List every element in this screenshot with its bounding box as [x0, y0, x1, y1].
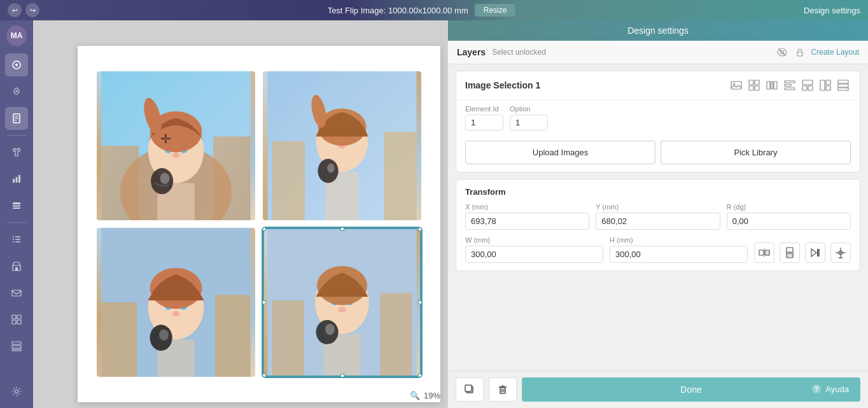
center-button[interactable]	[830, 243, 851, 263]
x-input[interactable]	[465, 213, 589, 230]
panel-header: Design settings	[448, 20, 868, 41]
svg-rect-98	[838, 80, 848, 83]
pick-library-button[interactable]: Pick Library	[661, 141, 851, 164]
sidebar-item-document[interactable]	[5, 107, 28, 130]
ayuda-button[interactable]: ? Ayuda	[801, 379, 859, 399]
skip-forward-button[interactable]	[805, 243, 825, 263]
sidebar-item-home[interactable]	[5, 53, 28, 76]
image-cell-1[interactable]: ✛	[97, 71, 255, 220]
layout-icon[interactable]	[800, 78, 815, 93]
stacked-icon[interactable]	[836, 78, 851, 93]
layers-icon	[11, 200, 22, 211]
sidebar: MA	[0, 20, 33, 408]
svg-point-65	[159, 329, 169, 341]
grid2-icon[interactable]	[746, 78, 762, 93]
y-field: Y (mm)	[596, 203, 720, 230]
layers-right: Create Layout	[776, 46, 859, 59]
svg-rect-95	[820, 80, 825, 90]
delete-button[interactable]	[489, 377, 517, 402]
flip-vertical-button[interactable]	[780, 243, 800, 263]
flip-horizontal-button[interactable]	[754, 243, 774, 263]
svg-rect-101	[759, 250, 764, 255]
visibility-icon[interactable]	[776, 46, 788, 59]
topbar-center: Test Flip Image: 1000.00x1000.00 mm Resi…	[328, 4, 516, 17]
svg-rect-80	[731, 81, 741, 89]
mail-icon	[11, 288, 22, 298]
svg-rect-90	[785, 85, 791, 87]
resize-button[interactable]: Resize	[475, 4, 516, 17]
zoom-value: 19%	[424, 391, 440, 400]
rows-icon	[11, 341, 22, 351]
image-placeholder-2	[263, 71, 421, 220]
create-layout-link[interactable]: Create Layout	[811, 48, 859, 57]
section-header: Image Selection 1	[456, 71, 860, 100]
x-field: X (mm)	[465, 203, 589, 230]
redo-button[interactable]: ↪	[25, 3, 39, 17]
duplicate-button[interactable]	[456, 377, 484, 402]
split-icon[interactable]	[818, 78, 833, 93]
h-field: H (mm)	[610, 236, 748, 263]
svg-rect-85	[755, 86, 759, 90]
image-cell-4[interactable]	[263, 228, 421, 377]
r-label: R (dg)	[727, 203, 851, 211]
svg-rect-25	[17, 320, 21, 324]
y-input[interactable]	[596, 213, 720, 230]
sidebar-item-layers[interactable]	[5, 194, 28, 217]
w-input[interactable]	[465, 246, 603, 263]
image-placeholder-3	[97, 228, 255, 377]
r-input[interactable]	[727, 213, 851, 230]
svg-rect-82	[749, 80, 753, 85]
sidebar-item-grid[interactable]	[5, 308, 28, 331]
select-unlocked[interactable]: Select unlocked	[492, 48, 546, 57]
svg-rect-115	[465, 385, 472, 391]
svg-rect-94	[808, 86, 813, 90]
svg-rect-104	[787, 248, 793, 252]
bars-icon[interactable]	[782, 78, 797, 93]
sidebar-item-chart[interactable]	[5, 167, 28, 190]
layers-left: Layers Select unlocked	[457, 47, 546, 57]
option-value[interactable]: 1	[510, 115, 548, 130]
document-title: Test Flip Image: 1000.00x1000.00 mm	[328, 6, 468, 15]
svg-rect-92	[802, 80, 813, 85]
sidebar-item-list[interactable]	[5, 228, 28, 251]
transform-wh-row: W (mm) H (mm)	[465, 236, 748, 263]
undo-button[interactable]: ↩	[8, 3, 22, 17]
transform-title: Transform	[465, 187, 851, 197]
panel-title: Design settings	[627, 25, 689, 36]
sidebar-item-rows[interactable]	[5, 335, 28, 358]
h-input[interactable]	[610, 246, 748, 263]
section-icons	[729, 78, 851, 93]
columns-icon[interactable]	[764, 78, 780, 93]
ayuda-label: Ayuda	[825, 384, 849, 394]
layers-bar: Layers Select unlocked Create Layout	[448, 41, 868, 64]
image-cell-2[interactable]	[263, 71, 421, 220]
image-cell-3[interactable]	[97, 228, 255, 377]
sidebar-item-shirt[interactable]	[5, 141, 28, 164]
upload-images-button[interactable]: Upload Images	[465, 141, 655, 164]
sidebar-item-rocket[interactable]	[5, 80, 28, 103]
svg-rect-9	[18, 175, 20, 183]
avatar[interactable]: MA	[6, 25, 27, 46]
svg-point-13	[13, 236, 14, 237]
svg-rect-45	[384, 132, 416, 220]
image-selection-title: Image Selection 1	[465, 80, 540, 90]
image-icon[interactable]	[729, 78, 744, 93]
element-id-value[interactable]: 1	[465, 115, 503, 130]
canvas-inner[interactable]: ✛	[78, 46, 440, 402]
svg-marker-107	[811, 249, 816, 257]
element-id-group: Element Id 1	[465, 105, 503, 130]
element-id-label: Element Id	[465, 105, 503, 113]
svg-point-15	[13, 239, 14, 240]
svg-rect-10	[13, 202, 20, 204]
lock-icon[interactable]	[794, 46, 806, 59]
svg-rect-24	[12, 320, 16, 324]
image-grid: ✛	[78, 46, 440, 402]
svg-point-29	[15, 390, 18, 393]
svg-rect-26	[12, 342, 21, 344]
sidebar-item-settings[interactable]	[5, 380, 28, 403]
svg-rect-100	[838, 88, 848, 90]
sidebar-item-store[interactable]	[5, 255, 28, 278]
sidebar-item-mail[interactable]	[5, 281, 28, 304]
svg-rect-11	[13, 206, 20, 207]
svg-rect-44	[272, 141, 305, 220]
